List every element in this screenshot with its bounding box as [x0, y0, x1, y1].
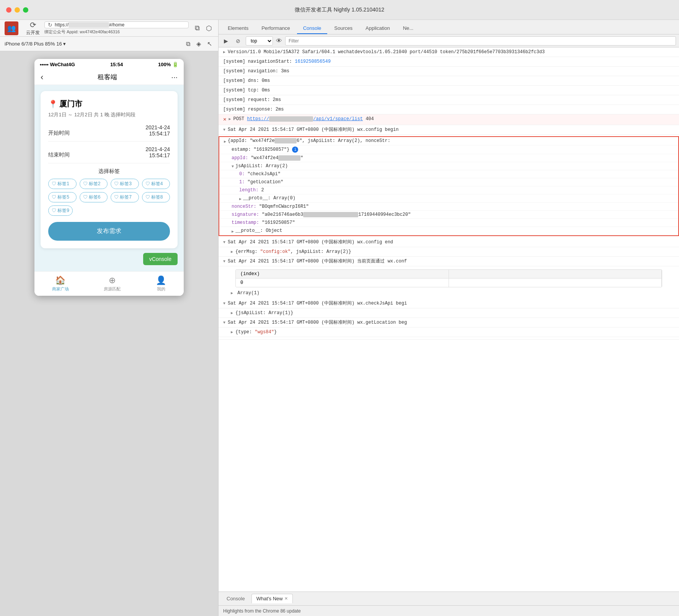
- menu-button[interactable]: ···: [171, 73, 178, 81]
- whatsnew-tab-label: What's New: [256, 596, 283, 601]
- stop-button[interactable]: ⊘: [233, 37, 243, 45]
- tag-2[interactable]: ♡ 标签2: [80, 179, 108, 189]
- nav-mine[interactable]: 👤 我的: [156, 275, 166, 292]
- refresh-icon[interactable]: ↻: [48, 22, 52, 28]
- jsapilist-row[interactable]: ▼ jsApiList: Array(2): [219, 162, 678, 170]
- index-cell: 0: [236, 279, 449, 287]
- console-line: [system] dns: 0ms: [219, 76, 679, 86]
- console-line: [system] navigationStart: 1619250856549: [219, 57, 679, 67]
- context-select[interactable]: top: [246, 36, 273, 46]
- nav-fangyuan[interactable]: ⊕ 房源匹配: [104, 275, 121, 292]
- wx-getlocation-header: ▼ Sat Apr 24 2021 15:54:17 GMT+0800 (中国标…: [219, 318, 679, 328]
- tag-5[interactable]: ♡ 标签5: [48, 192, 77, 202]
- console-line: [system] response: 2ms: [219, 105, 679, 114]
- yunfa-section[interactable]: ⟳ 云开发: [26, 20, 40, 36]
- jsapi-length: length: 2: [219, 186, 678, 194]
- table-header: (index): [236, 270, 662, 278]
- tab-elements[interactable]: Elements: [222, 23, 255, 34]
- tag-section-label: 选择标签: [48, 168, 170, 175]
- tab-performance[interactable]: Performance: [255, 23, 296, 34]
- match-icon: ⊕: [109, 275, 116, 285]
- url-bar[interactable]: ↻ https://████████████#/home: [44, 21, 189, 28]
- end-label: 结束时间: [48, 152, 70, 158]
- avatar: 👥: [5, 21, 18, 35]
- tab-application[interactable]: Application: [359, 23, 396, 34]
- tab-console[interactable]: Console: [297, 23, 328, 34]
- copy-icon[interactable]: ⧉: [193, 23, 201, 33]
- console-line-more: [219, 337, 679, 340]
- tab-more[interactable]: Ne...: [397, 23, 419, 34]
- titlebar: 微信开发者工具 Nightly 1.05.2104012: [0, 0, 679, 20]
- devtools-tabs: Elements Performance Console Sources App…: [219, 20, 679, 34]
- play-button[interactable]: ▶: [222, 37, 230, 45]
- nav-shangjia[interactable]: 🏠 商家广场: [52, 275, 69, 292]
- app-toolbar: 👥 ⟳ 云开发 ↻ https://████████████#/home 绑定公…: [0, 20, 218, 37]
- bottom-nav: 🏠 商家广场 ⊕ 房源匹配 👤 我的: [34, 271, 184, 296]
- wx-getlocation-content[interactable]: ▶ {type: "wgs84"}: [219, 328, 679, 337]
- url-display: https://████████████#/home: [55, 22, 185, 28]
- config-root[interactable]: ▶ {appId: "wx474f2e████████6", jsApiList…: [219, 137, 678, 145]
- tag-9[interactable]: ♡ 标签9: [48, 205, 73, 216]
- table-container: (index) 0 ▶ Array(1): [219, 266, 679, 299]
- phone-container: ••••• WeChat4G 15:54 100% 🔋 ‹ 租客端 ···: [0, 51, 218, 616]
- jsapi-0: 0: "checkJsApi": [219, 170, 678, 178]
- tag-3[interactable]: ♡ 标签3: [111, 179, 139, 189]
- appid-row: appId: "wx474f2e4████████": [219, 154, 678, 162]
- cursor-icon[interactable]: ↖: [206, 39, 214, 48]
- yunfa-label: 云开发: [26, 29, 40, 36]
- console-tab-label: Console: [227, 596, 245, 601]
- device-select[interactable]: iPhone 6/7/8 Plus 85% 16 ▾: [5, 41, 66, 47]
- rotate-icon[interactable]: ⧉: [184, 39, 192, 48]
- noncestr-row: nonceStr: "BOqmfnCWacrpI6R1": [219, 203, 678, 211]
- tag-1[interactable]: ♡ 标签1: [48, 179, 77, 189]
- wx-checkjsapi-content[interactable]: ▶ {jsApiList: Array(1)}: [219, 308, 679, 318]
- tag-section: 选择标签 ♡ 标签1 ♡ 标签2 ♡ 标签3 ♡ 标签4 ♡ 标签5 ♡ 标签6…: [48, 168, 170, 216]
- console-output: ▶ Version/11.0 Mobile/15A372 Safari/604.…: [219, 47, 679, 592]
- tag-icon[interactable]: ⬡: [204, 23, 214, 33]
- close-button[interactable]: [6, 7, 11, 13]
- bottom-tabs: Console What's New ✕: [219, 592, 679, 605]
- tag-7[interactable]: ♡ 标签7: [111, 192, 139, 202]
- inspector-icon[interactable]: ◈: [195, 39, 202, 48]
- nav-mine-label: 我的: [157, 286, 165, 292]
- proto-object[interactable]: ▶ __proto__: Object: [219, 227, 678, 235]
- console-line: [system] navigation: 3ms: [219, 67, 679, 76]
- signal-carrier: ••••• WeChat4G: [40, 62, 75, 67]
- close-tab-icon[interactable]: ✕: [284, 596, 288, 601]
- tab-sources[interactable]: Sources: [328, 23, 359, 34]
- bottom-tab-console[interactable]: Console: [222, 594, 250, 603]
- start-label: 开始时间: [48, 130, 70, 137]
- eye-icon[interactable]: 👁: [276, 37, 282, 44]
- phone-nav: ‹ 租客端 ···: [34, 70, 184, 85]
- bind-info: 绑定公众号 Appid: wx474f2e40fac46316: [44, 29, 189, 35]
- submit-button[interactable]: 发布需求: [48, 222, 170, 241]
- table-row: 0: [236, 278, 662, 287]
- index-header: (index): [236, 270, 449, 278]
- maximize-button[interactable]: [23, 7, 28, 13]
- tag-4[interactable]: ♡ 标签4: [142, 179, 170, 189]
- array-expand[interactable]: ▶ Array(1): [231, 289, 667, 297]
- phone-simulator: ••••• WeChat4G 15:54 100% 🔋 ‹ 租客端 ···: [34, 59, 184, 296]
- error-url[interactable]: https://████████████████/api/v1/space/li…: [247, 116, 362, 122]
- nav-title: 租客端: [98, 73, 117, 81]
- home-icon: 🏠: [55, 275, 65, 285]
- minimize-button[interactable]: [15, 7, 20, 13]
- vconsole-button[interactable]: vConsole: [143, 253, 178, 265]
- end-time-row: 结束时间 2021-4-24 15:54:17: [48, 146, 170, 163]
- bottom-tab-whatsnew[interactable]: What's New ✕: [251, 594, 293, 603]
- yunfa-icon: ⟳: [30, 20, 36, 29]
- proto-array[interactable]: ▶ __proto__: Array(0): [219, 194, 678, 203]
- estamp-row: estamp: "1619250857"} i: [219, 145, 678, 154]
- location-title: 📍 厦门市: [48, 99, 170, 109]
- filter-input[interactable]: [285, 36, 676, 46]
- tag-6[interactable]: ♡ 标签6: [80, 192, 108, 202]
- error-icon: ✕: [223, 116, 226, 124]
- config-end-content[interactable]: ▶ {errMsg: "config:ok", jsApiList: Array…: [219, 247, 679, 257]
- console-line: ▶ Version/11.0 Mobile/15A372 Safari/604.…: [219, 47, 679, 57]
- devtools-toolbar: ▶ ⊘ top 👁: [219, 34, 679, 47]
- back-button[interactable]: ‹: [41, 72, 43, 82]
- traffic-lights: [6, 7, 28, 13]
- tag-8[interactable]: ♡ 标签8: [142, 192, 170, 202]
- console-line: [system] tcp: 0ms: [219, 86, 679, 95]
- user-icon: 👤: [156, 275, 166, 285]
